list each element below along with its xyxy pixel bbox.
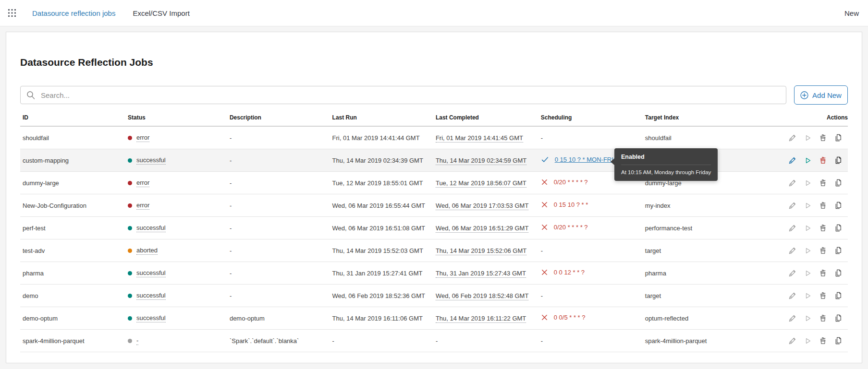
cron-expression[interactable]: 0 0/5 * * * ? bbox=[554, 314, 586, 321]
column-header-actions: Actions bbox=[782, 109, 848, 126]
tab-datasource-reflection-jobs[interactable]: Datasource reflection jobs bbox=[32, 9, 115, 17]
last-completed-value[interactable]: Thu, 14 Mar 2019 16:11:22 GMT bbox=[436, 315, 526, 323]
status-dot-icon bbox=[128, 226, 132, 230]
edit-icon[interactable] bbox=[788, 292, 796, 300]
last-completed-value[interactable]: Thu, 31 Jan 2019 15:27:43 GMT bbox=[436, 270, 526, 278]
status-cell: error bbox=[128, 179, 230, 187]
last-completed-value[interactable]: Tue, 12 Mar 2019 18:56:07 GMT bbox=[436, 179, 526, 188]
run-icon[interactable] bbox=[804, 315, 811, 322]
status-label[interactable]: successful bbox=[136, 156, 166, 165]
run-icon[interactable] bbox=[804, 292, 811, 299]
table-row[interactable]: demosuccessful-Wed, 06 Feb 2019 18:52:36… bbox=[20, 285, 848, 307]
table-row[interactable]: test-advaborted-Thu, 14 Mar 2019 15:52:0… bbox=[20, 239, 848, 262]
delete-icon[interactable] bbox=[819, 179, 827, 187]
edit-icon[interactable] bbox=[788, 247, 796, 255]
cron-expression[interactable]: 0 15 10 ? * MON-FRI bbox=[555, 156, 613, 163]
copy-icon[interactable] bbox=[834, 337, 842, 345]
status-label[interactable]: successful bbox=[136, 224, 166, 232]
status-cell: successful bbox=[128, 269, 230, 277]
last-run-cell: Fri, 01 Mar 2019 14:41:44 GMT bbox=[332, 134, 436, 142]
add-new-button[interactable]: Add New bbox=[794, 85, 848, 105]
status-label[interactable]: error bbox=[136, 202, 149, 210]
status-label[interactable]: error bbox=[136, 179, 149, 187]
copy-icon[interactable] bbox=[834, 179, 842, 187]
copy-icon[interactable] bbox=[834, 134, 842, 142]
delete-icon[interactable] bbox=[819, 202, 827, 209]
delete-icon[interactable] bbox=[819, 314, 827, 322]
copy-icon[interactable] bbox=[834, 292, 842, 299]
delete-icon[interactable] bbox=[819, 134, 827, 142]
copy-icon[interactable] bbox=[834, 314, 842, 322]
edit-icon[interactable] bbox=[788, 269, 796, 277]
table-row[interactable]: dummy-largeerror-Tue, 12 Mar 2019 18:55:… bbox=[20, 172, 848, 194]
edit-icon[interactable] bbox=[788, 156, 796, 165]
table-row[interactable]: shouldfailerror-Fri, 01 Mar 2019 14:41:4… bbox=[20, 127, 848, 149]
delete-icon[interactable] bbox=[819, 269, 827, 277]
status-dot-icon bbox=[128, 249, 132, 253]
last-completed-cell: Thu, 31 Jan 2019 15:27:43 GMT bbox=[436, 270, 541, 277]
run-icon[interactable] bbox=[804, 225, 811, 232]
status-label[interactable]: successful bbox=[136, 269, 166, 277]
copy-icon[interactable] bbox=[834, 156, 842, 164]
last-completed-value[interactable]: Thu, 14 Mar 2019 02:34:59 GMT bbox=[436, 157, 526, 165]
last-run-cell: Tue, 12 Mar 2019 18:55:01 GMT bbox=[332, 179, 436, 187]
search-icon bbox=[26, 91, 35, 99]
copy-icon[interactable] bbox=[834, 269, 842, 277]
table-row[interactable]: perf-testsuccessful-Wed, 06 Mar 2019 16:… bbox=[20, 217, 848, 239]
edit-icon[interactable] bbox=[788, 224, 796, 232]
actions-cell bbox=[782, 269, 848, 277]
tab-excel-csv-import[interactable]: Excel/CSV Import bbox=[133, 9, 189, 17]
status-label[interactable]: successful bbox=[136, 314, 166, 322]
table-row[interactable]: pharmasuccessful-Thu, 31 Jan 2019 15:27:… bbox=[20, 262, 848, 285]
cron-expression[interactable]: 0 0 12 * * ? bbox=[554, 269, 585, 276]
last-completed-value[interactable]: Wed, 06 Mar 2019 17:03:53 GMT bbox=[436, 202, 528, 210]
delete-icon[interactable] bbox=[819, 292, 827, 299]
status-label[interactable]: successful bbox=[136, 292, 166, 300]
job-id-cell: test-adv bbox=[20, 247, 128, 254]
search-input[interactable] bbox=[41, 91, 780, 99]
target-index-cell: pharma bbox=[645, 270, 782, 277]
last-completed-value[interactable]: Fri, 01 Mar 2019 14:41:45 GMT bbox=[436, 134, 523, 143]
delete-icon[interactable] bbox=[819, 247, 827, 254]
run-icon[interactable] bbox=[804, 157, 811, 164]
table-row[interactable]: spark-4million-parquet-`Spark`.`default`… bbox=[20, 330, 848, 352]
delete-icon[interactable] bbox=[819, 156, 827, 164]
edit-icon[interactable] bbox=[788, 134, 796, 142]
edit-icon[interactable] bbox=[788, 202, 796, 210]
edit-icon[interactable] bbox=[788, 179, 796, 187]
run-icon[interactable] bbox=[804, 247, 811, 254]
table-row[interactable]: demo-optumsuccessfuldemo-optumThu, 14 Ma… bbox=[20, 307, 848, 330]
apps-grid-icon[interactable] bbox=[8, 9, 16, 17]
last-completed-cell: Thu, 14 Mar 2019 02:34:59 GMT bbox=[436, 157, 541, 164]
cron-expression[interactable]: 0/20 * * * * ? bbox=[554, 224, 588, 231]
edit-icon[interactable] bbox=[788, 337, 796, 345]
copy-icon[interactable] bbox=[834, 224, 842, 232]
search-box bbox=[20, 86, 786, 104]
target-index-cell: performance-test bbox=[645, 225, 782, 232]
table-row[interactable]: New-Job-Configurationerror-Wed, 06 Mar 2… bbox=[20, 194, 848, 217]
status-label[interactable]: error bbox=[136, 134, 149, 142]
delete-icon[interactable] bbox=[819, 337, 827, 345]
edit-icon[interactable] bbox=[788, 314, 796, 322]
run-icon[interactable] bbox=[804, 134, 811, 142]
run-icon[interactable] bbox=[804, 179, 811, 187]
status-label[interactable]: - bbox=[136, 337, 138, 345]
cron-expression[interactable]: 0 15 10 ? * * bbox=[554, 201, 588, 208]
last-completed-value[interactable]: Wed, 06 Feb 2019 18:52:48 GMT bbox=[436, 292, 528, 300]
copy-icon[interactable] bbox=[834, 202, 842, 209]
status-label[interactable]: aborted bbox=[136, 247, 158, 255]
schedule-disabled-x-icon bbox=[541, 224, 548, 231]
run-icon[interactable] bbox=[804, 270, 811, 277]
last-completed-value[interactable]: Wed, 06 Mar 2019 16:51:29 GMT bbox=[436, 225, 528, 233]
last-completed-value[interactable]: Thu, 14 Mar 2019 15:52:06 GMT bbox=[436, 247, 526, 255]
new-link[interactable]: New bbox=[844, 9, 859, 17]
description-cell: - bbox=[230, 225, 332, 232]
table-row[interactable]: custom-mappingsuccessful-Thu, 14 Mar 201… bbox=[20, 149, 848, 172]
cron-expression[interactable]: 0/20 * * * * ? bbox=[554, 179, 588, 186]
copy-icon[interactable] bbox=[834, 247, 842, 254]
run-icon[interactable] bbox=[804, 337, 811, 345]
run-icon[interactable] bbox=[804, 202, 811, 209]
status-dot-icon bbox=[128, 316, 132, 321]
delete-icon[interactable] bbox=[819, 224, 827, 232]
last-completed-cell: Wed, 06 Feb 2019 18:52:48 GMT bbox=[436, 292, 541, 299]
